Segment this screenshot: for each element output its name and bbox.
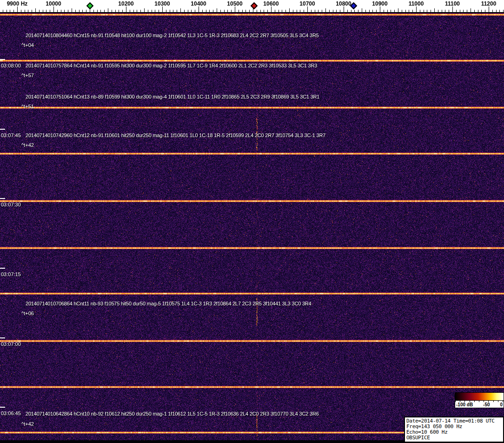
frequency-tick — [68, 10, 68, 12]
frequency-tick — [170, 10, 170, 12]
colorbar-min-label: -100 dB — [456, 402, 473, 407]
frequency-tick — [492, 10, 493, 12]
frequency-tick — [53, 7, 54, 12]
frequency-tick — [17, 7, 18, 12]
colorbar-mid-label: -50 — [483, 402, 490, 407]
time-axis-tick — [0, 337, 5, 338]
time-axis-label: 03:07:00 — [1, 341, 21, 347]
frequency-tick — [315, 10, 315, 12]
time-axis-tick — [0, 268, 5, 269]
frequency-tick — [209, 10, 210, 12]
observation-info-box: Date=2014-07-14 Time=01:08 UTC Freq=143 … — [404, 417, 504, 443]
frequency-tick — [478, 10, 478, 12]
frequency-tick — [285, 10, 286, 12]
frequency-tick — [64, 10, 65, 12]
frequency-tick — [235, 7, 235, 12]
frequency-tick — [304, 10, 304, 12]
frequency-tick-label: 11000 — [409, 0, 424, 7]
frequency-tick-label: 10800 — [336, 0, 351, 7]
frequency-tick — [148, 10, 148, 12]
time-axis-label: 03:07:30 — [1, 201, 21, 208]
frequency-tick — [242, 10, 243, 12]
time-axis-label: 03:06:45 — [1, 410, 21, 417]
frequency-tick — [122, 10, 123, 12]
frequency-tick — [57, 10, 58, 12]
frequency-tick — [191, 10, 192, 12]
frequency-tick — [481, 10, 482, 12]
frequency-tick — [61, 10, 61, 12]
frequency-tick — [394, 10, 395, 12]
frequency-tick — [112, 10, 112, 12]
time-axis-tick — [0, 198, 5, 199]
frequency-tick-label: 9900 Hz — [7, 0, 28, 7]
frequency-tick — [206, 10, 206, 12]
red-diamond-marker-icon[interactable] — [251, 2, 258, 10]
frequency-tick-label: 10300 — [154, 0, 170, 7]
frequency-tick — [224, 10, 225, 12]
frequency-tick — [336, 10, 337, 12]
frequency-tick-label: 10400 — [191, 0, 206, 7]
time-axis-label: 03:07:45 — [1, 132, 21, 139]
frequency-tick — [485, 10, 485, 12]
frequency-tick — [347, 10, 348, 12]
frequency-tick — [489, 7, 489, 12]
frequency-tick — [463, 10, 464, 12]
frequency-tick — [384, 10, 384, 12]
frequency-tick-label: 11200 — [481, 0, 497, 7]
frequency-tick — [249, 10, 250, 12]
colorbar-labels: -100 dB -50 0 — [455, 402, 504, 408]
frequency-tick — [245, 10, 246, 12]
frequency-tick — [307, 7, 308, 12]
frequency-tick — [289, 8, 290, 12]
colorbar-gradient — [455, 393, 504, 401]
frequency-tick-label: 10500 — [227, 0, 242, 7]
frequency-tick — [333, 10, 333, 12]
frequency-tick — [474, 10, 475, 12]
frequency-tick — [104, 10, 105, 12]
frequency-tick — [126, 7, 126, 12]
frequency-tick — [380, 7, 380, 12]
detection-readout: 20140714010642864 hCnt10 nb-92 f10612 hi… — [26, 410, 319, 417]
frequency-tick — [199, 7, 199, 12]
frequency-tick — [391, 10, 391, 12]
frequency-tick — [140, 10, 141, 12]
detection-readout: 20140714010804460 hCnt15 nb-91 f10548 hi… — [26, 32, 319, 39]
frequency-tick — [329, 10, 330, 12]
meteor-echo-monitor-window: 9900 Hz100001020010300104001050010600107… — [0, 0, 504, 443]
frequency-tick — [97, 10, 98, 12]
frequency-tick — [43, 10, 43, 12]
frequency-tick — [318, 10, 318, 12]
detection-readout: 20140714010751064 hCnt13 nb-89 f10599 hi… — [26, 93, 319, 100]
frequency-tick — [456, 10, 457, 12]
green-diamond-marker-icon[interactable] — [86, 2, 93, 10]
frequency-tick — [452, 7, 453, 12]
frequency-tick — [467, 10, 467, 12]
time-axis-label: 03:07:15 — [1, 271, 21, 278]
frequency-tick — [82, 10, 83, 12]
frequency-tick-label: 10600 — [263, 0, 279, 7]
frequency-tick — [257, 10, 257, 12]
frequency-tick — [184, 10, 185, 12]
frequency-tick — [340, 10, 340, 12]
detection-time-pointer: ^t+42 — [21, 142, 34, 148]
frequency-ruler: 9900 Hz100001020010300104001050010600107… — [0, 0, 504, 13]
frequency-tick — [351, 10, 351, 12]
frequency-tick — [420, 10, 420, 12]
frequency-tick — [293, 10, 293, 12]
frequency-tick — [460, 10, 460, 12]
frequency-tick — [358, 10, 358, 12]
frequency-tick — [434, 8, 435, 12]
frequency-tick — [119, 10, 119, 12]
frequency-tick — [35, 8, 36, 12]
frequency-tick — [213, 10, 213, 12]
frequency-tick — [398, 8, 398, 12]
frequency-tick — [311, 10, 312, 12]
time-axis-tick — [0, 129, 5, 130]
frequency-tick — [93, 10, 94, 12]
frequency-tick — [325, 8, 326, 12]
detection-readout: 20140714010742960 hCnt12 nb-91 f10601 hi… — [26, 132, 325, 139]
frequency-tick — [155, 10, 155, 12]
frequency-tick — [115, 10, 116, 12]
frequency-tick — [144, 8, 145, 12]
frequency-tick — [409, 10, 409, 12]
